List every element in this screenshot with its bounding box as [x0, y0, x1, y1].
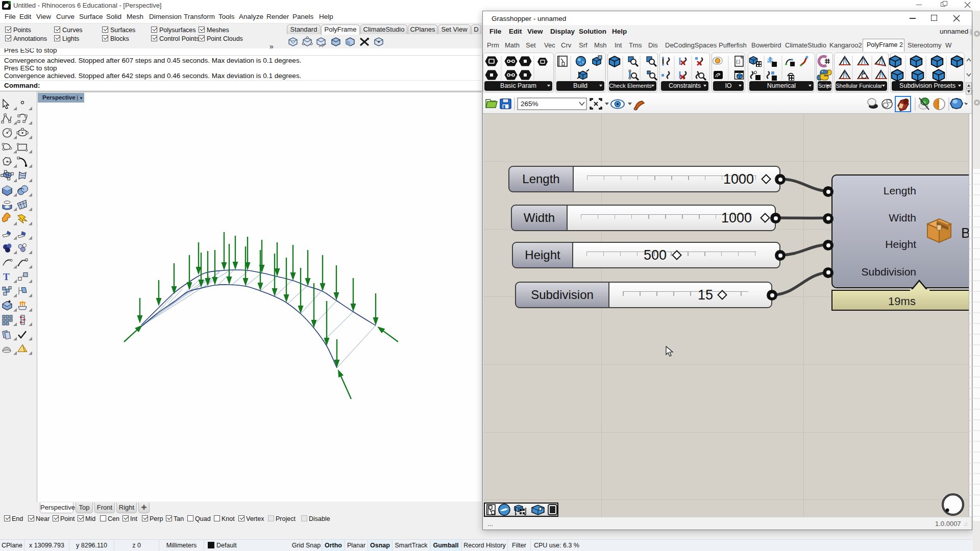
- svg-text:265%: 265%: [521, 100, 538, 108]
- svg-text:T: T: [3, 271, 10, 282]
- svg-text:{;}: {;}: [736, 59, 741, 64]
